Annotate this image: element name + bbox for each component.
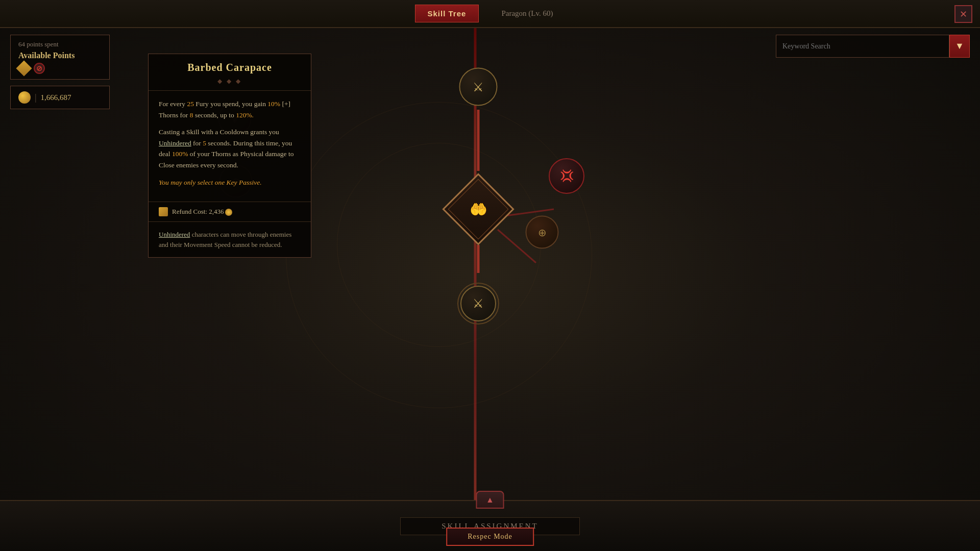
- skill-tree-area: ⚔ ⚜ ⊕ 🤲 💢 ⊕ ⚔ Barbed Carapace ◆ ◆ ◆ For …: [0, 28, 980, 500]
- pct-highlight-2: 120%.: [236, 111, 254, 119]
- gold-panel: | 1,666,687: [10, 86, 110, 109]
- gold-separator: |: [35, 92, 37, 103]
- diamond-icon: [16, 60, 32, 76]
- tooltip-body-line1: For every 25 Fury you spend, you gain 10…: [159, 98, 301, 120]
- tooltip-title: Barbed Carapace: [159, 62, 301, 73]
- gold-amount: 1,666,687: [41, 93, 71, 102]
- pct-highlight-3: 100%: [172, 150, 188, 158]
- bottom-bar: ▲ SKILL ASSIGNMENT Respec Mode: [0, 500, 980, 551]
- no-points-icon: ⊘: [34, 63, 45, 74]
- bottom-node-icon: ⚔: [460, 286, 496, 321]
- keyword-search-container: ▼: [776, 35, 970, 58]
- seconds-highlight-1: 8: [190, 111, 193, 119]
- respec-mode-button[interactable]: Respec Mode: [446, 528, 534, 546]
- tab-skill-tree[interactable]: Skill Tree: [415, 5, 479, 22]
- right-lower-node[interactable]: ⊕: [526, 216, 559, 249]
- scroll-up-icon: ▲: [486, 495, 494, 505]
- keyword-dropdown-button[interactable]: ▼: [949, 35, 970, 58]
- tooltip-glossary: Unhindered characters can move through e…: [149, 222, 311, 257]
- top-node-icon: ⚔: [459, 68, 498, 106]
- points-spent-label: 64 points spent: [18, 40, 102, 48]
- tab-paragon[interactable]: Paragon (Lv. 60): [489, 5, 565, 22]
- tooltip-warning: You may only select one Key Passive.: [159, 177, 301, 188]
- available-points-label: Available Points: [18, 51, 102, 60]
- right-lower-icon: ⊕: [526, 216, 559, 249]
- tooltip-divider: ◆ ◆ ◆: [159, 78, 301, 85]
- keyword-search-input[interactable]: [776, 35, 949, 58]
- pct-highlight-1: 10%: [267, 100, 280, 108]
- refund-icon: [159, 207, 168, 216]
- points-panel: 64 points spent Available Points ⊘: [10, 35, 110, 80]
- seconds-highlight-2: 5: [203, 139, 206, 147]
- right-upper-node[interactable]: 💢: [549, 158, 584, 194]
- refund-coin-icon: [225, 209, 232, 216]
- right-upper-icon: 💢: [549, 158, 584, 194]
- tooltip-body-line2: Casting a Skill with a Cooldown grants y…: [159, 127, 301, 170]
- bottom-content: ▲ SKILL ASSIGNMENT Respec Mode: [0, 517, 980, 535]
- scroll-up-area: ▲: [476, 491, 504, 509]
- tooltip-refund-row: Refund Cost: 2,436: [149, 202, 311, 222]
- glossary-term: Unhindered: [159, 231, 190, 238]
- gold-coin-icon: [18, 91, 31, 104]
- diamond-shape: 🤲: [442, 173, 514, 245]
- points-icons: ⊘: [18, 63, 102, 74]
- fury-highlight: 25: [187, 100, 194, 108]
- tooltip-header: Barbed Carapace ◆ ◆ ◆: [149, 54, 311, 91]
- top-center-node[interactable]: ⚔: [459, 68, 498, 106]
- diamond-icon-inner: 🤲: [454, 185, 502, 233]
- close-button[interactable]: ✕: [954, 5, 972, 23]
- center-key-passive-node[interactable]: 🤲: [453, 184, 504, 235]
- top-bar: Skill Tree Paragon (Lv. 60) ✕: [0, 0, 980, 28]
- tooltip-body: For every 25 Fury you spend, you gain 10…: [149, 91, 311, 202]
- unhindered-highlight-1: Unhindered: [159, 139, 191, 147]
- bottom-center-node[interactable]: ⚔: [460, 286, 496, 321]
- skill-tooltip: Barbed Carapace ◆ ◆ ◆ For every 25 Fury …: [148, 54, 311, 258]
- scroll-up-button[interactable]: ▲: [476, 491, 504, 509]
- refund-label: Refund Cost: 2,436: [172, 208, 232, 216]
